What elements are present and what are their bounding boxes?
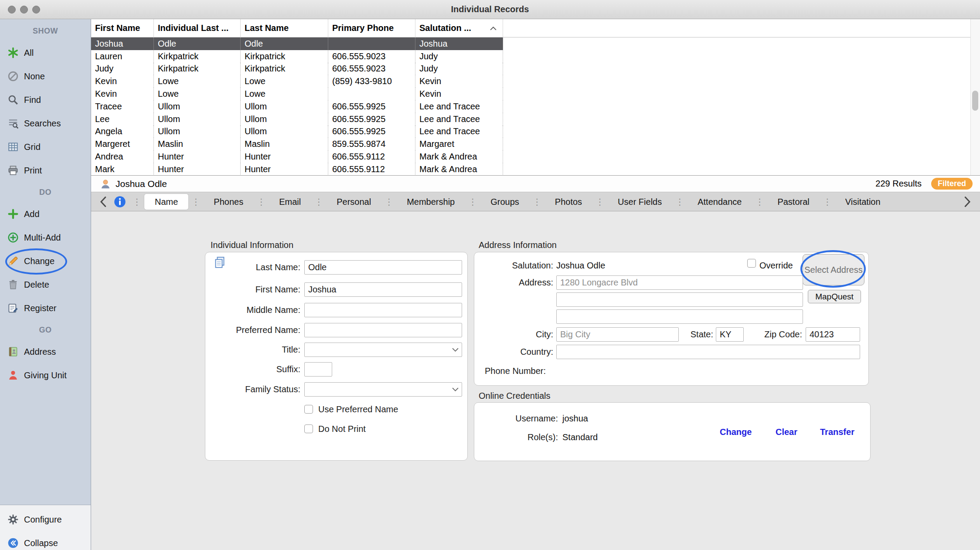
individual-information-title: Individual Information — [211, 240, 293, 250]
sidebar-item-add[interactable]: Add — [0, 202, 91, 226]
table-cell: Odle — [154, 37, 241, 50]
table-cell: 606.555.9925 — [328, 113, 415, 126]
table-row[interactable]: Joshua Odle Odle Joshua — [91, 37, 503, 50]
asterisk-icon — [7, 47, 19, 58]
info-tab[interactable] — [110, 194, 129, 210]
table-row[interactable]: Kevin Lowe Lowe (859) 433-9810 Kevin — [91, 75, 503, 88]
tab-email[interactable]: Email — [269, 194, 311, 210]
table-row[interactable]: Kevin Lowe Lowe Kevin — [91, 88, 503, 100]
table-row[interactable]: Angela Ullom Ullom 606.555.9925 Lee and … — [91, 126, 503, 138]
mapquest-button[interactable]: MapQuest — [808, 290, 861, 303]
sidebar-item-print[interactable]: Print — [0, 159, 91, 182]
tab-visitation[interactable]: Visitation — [835, 194, 891, 210]
address-line1-input[interactable] — [556, 275, 803, 290]
family-status-label: Family Status: — [205, 382, 300, 397]
change-link[interactable]: Change — [720, 426, 752, 438]
do-not-print-checkbox[interactable] — [304, 424, 313, 433]
clear-link[interactable]: Clear — [776, 426, 797, 438]
middle-name-input[interactable] — [304, 303, 462, 317]
table-cell: 606.555.9925 — [328, 126, 415, 138]
table-cell: Lee and Tracee — [415, 113, 503, 126]
sidebar-item-configure[interactable]: Configure — [0, 508, 91, 531]
tab-photos[interactable]: Photos — [544, 194, 592, 210]
table-row[interactable]: Judy Kirkpatrick Kirkpatrick 606.555.902… — [91, 63, 503, 75]
chevron-left-icon[interactable] — [95, 194, 110, 210]
column-header-last-name[interactable]: Last Name — [241, 19, 328, 37]
vertical-scrollbar[interactable] — [970, 19, 980, 176]
tab-phones[interactable]: Phones — [203, 194, 254, 210]
chevron-right-icon[interactable] — [960, 194, 975, 210]
column-header-individual-last-name[interactable]: Individual Last ... — [154, 19, 241, 37]
table-row[interactable]: Tracee Ullom Ullom 606.555.9925 Lee and … — [91, 100, 503, 113]
tab-groups[interactable]: Groups — [480, 194, 530, 210]
sidebar-item-find[interactable]: Find — [0, 88, 91, 112]
tab-name[interactable]: Name — [144, 194, 188, 210]
tab-pastoral[interactable]: Pastoral — [767, 194, 820, 210]
middle-name-label: Middle Name: — [205, 303, 300, 317]
results-count: 229 Results — [875, 179, 922, 189]
sidebar-item-none[interactable]: None — [0, 65, 91, 88]
table-cell: 606.555.9112 — [328, 163, 415, 176]
sidebar-section-show: SHOW — [0, 24, 91, 38]
trash-icon — [7, 279, 19, 290]
filtered-badge[interactable]: Filtered — [931, 178, 973, 190]
sidebar-section-go: GO — [0, 323, 91, 337]
sidebar-item-address[interactable]: Address — [0, 340, 91, 363]
tab-membership[interactable]: Membership — [396, 194, 465, 210]
table-row[interactable]: Mark Hunter Hunter 606.555.9112 Mark & A… — [91, 163, 503, 176]
table-cell: Kevin — [91, 88, 154, 100]
transfer-link[interactable]: Transfer — [820, 426, 854, 438]
table-row[interactable]: Lee Ullom Ullom 606.555.9925 Lee and Tra… — [91, 113, 503, 126]
tab-separator: ⋮ — [595, 197, 604, 207]
table-row[interactable]: Margeret Maslin Maslin 859.555.9874 Marg… — [91, 138, 503, 150]
table-row[interactable]: Andrea Hunter Hunter 606.555.9112 Mark &… — [91, 150, 503, 163]
column-header-primary-phone[interactable]: Primary Phone — [328, 19, 415, 37]
sidebar-item-label: Find — [24, 95, 41, 105]
chevron-down-icon — [452, 348, 459, 352]
tab-personal[interactable]: Personal — [326, 194, 381, 210]
table-cell: Hunter — [154, 163, 241, 176]
title-dropdown[interactable] — [304, 343, 462, 357]
sidebar-item-searches[interactable]: Searches — [0, 112, 91, 135]
tab-user-fields[interactable]: User Fields — [607, 194, 672, 210]
sidebar-item-register[interactable]: Register — [0, 296, 91, 320]
table-cell: 606.555.9023 — [328, 63, 415, 75]
online-credentials-title: Online Credentials — [479, 391, 551, 401]
register-icon — [7, 302, 19, 314]
sidebar-item-multi-add[interactable]: Multi-Add — [0, 226, 91, 249]
suffix-input[interactable] — [304, 362, 332, 377]
preferred-name-input[interactable] — [304, 323, 462, 337]
address-line3-input[interactable] — [556, 309, 803, 324]
city-input[interactable] — [556, 327, 679, 342]
use-preferred-name-checkbox[interactable] — [304, 405, 313, 414]
tab-attendance[interactable]: Attendance — [687, 194, 752, 210]
first-name-input[interactable] — [304, 282, 462, 297]
sidebar-item-grid[interactable]: Grid — [0, 135, 91, 159]
family-status-dropdown[interactable] — [304, 382, 462, 397]
sidebar-item-change[interactable]: Change — [0, 249, 91, 273]
table-cell: Tracee — [91, 100, 154, 113]
table-cell: Kirkpatrick — [154, 50, 241, 63]
chevron-down-icon — [452, 387, 459, 392]
table-row[interactable]: Lauren Kirkpatrick Kirkpatrick 606.555.9… — [91, 50, 503, 63]
last-name-input[interactable] — [304, 260, 462, 275]
select-address-button[interactable]: Select Address — [803, 254, 864, 285]
sidebar-item-collapse[interactable]: Collapse — [0, 531, 91, 550]
table-cell: Mark & Andrea — [415, 163, 503, 176]
sidebar-item-giving-unit[interactable]: Giving Unit — [0, 363, 91, 387]
country-input[interactable] — [556, 345, 860, 359]
roles-value: Standard — [562, 431, 598, 443]
person-avatar-icon — [100, 178, 111, 190]
zip-code-input[interactable] — [806, 327, 860, 342]
column-header-salutation[interactable]: Salutation ... — [415, 19, 503, 37]
sidebar-item-all[interactable]: All — [0, 41, 91, 65]
tab-separator: ⋮ — [755, 197, 764, 207]
override-checkbox[interactable] — [747, 259, 756, 268]
address-line2-input[interactable] — [556, 292, 803, 307]
table-cell: Maslin — [241, 138, 328, 150]
state-input[interactable] — [716, 327, 744, 342]
scrollbar-thumb[interactable] — [972, 91, 978, 111]
override-label: Override — [759, 258, 793, 273]
sidebar-item-delete[interactable]: Delete — [0, 273, 91, 296]
column-header-first-name[interactable]: First Name — [91, 19, 154, 37]
